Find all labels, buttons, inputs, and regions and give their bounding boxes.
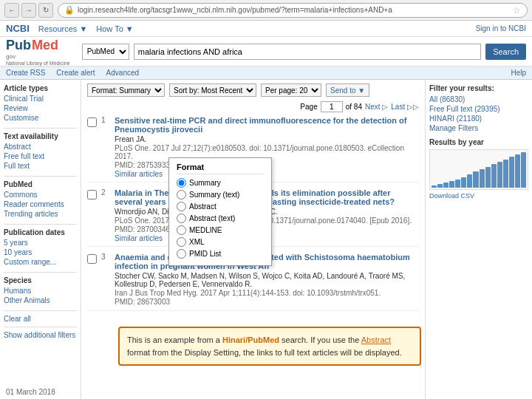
callout-text-1: This is an example from a [127, 335, 222, 344]
article-checkbox-2[interactable] [87, 190, 97, 200]
ncbi-howto-link[interactable]: How To ▼ [96, 24, 133, 33]
signin-link[interactable]: Sign in to NCBI [476, 24, 526, 33]
sidebar-clinical-trial[interactable]: Clinical Trial [4, 95, 77, 103]
sidebar-10years[interactable]: 10 years [4, 248, 77, 256]
sidebar-5years[interactable]: 5 years [4, 239, 77, 247]
sidebar-custom-range[interactable]: Custom range... [4, 258, 77, 266]
sidebar-humans[interactable]: Humans [4, 287, 77, 295]
sidebar-abstract[interactable]: Abstract [4, 143, 77, 151]
format-label-summary-text: Summary (text) [189, 191, 239, 199]
last-btn[interactable]: Last ▷▷ [391, 103, 419, 111]
article-citation-3: Iran J Bus Trop Med Hyg. 2017 Apr 1;111(… [115, 289, 419, 297]
chart-bar [443, 183, 449, 188]
format-radio-pmid[interactable] [177, 249, 186, 259]
format-option-pmid[interactable]: PMID List [177, 249, 264, 259]
separator-5 [4, 310, 77, 311]
results-toolbar: Format: Summary Sort by: Most Recent Per… [87, 83, 419, 112]
filter-hinari-link[interactable]: HINARI (21180) [429, 115, 528, 123]
subheader-links: Create RSS Create alert Advanced [6, 69, 139, 77]
species-section: Species Humans Other Animals [4, 276, 77, 304]
advanced-link[interactable]: Advanced [106, 69, 139, 77]
sidebar-fulltext[interactable]: Full text [4, 162, 77, 170]
callout-highlight-hinari: Hinari/PubMed [222, 335, 279, 344]
chart-bar [521, 152, 526, 188]
sidebar-reader-comments[interactable]: Reader comments [4, 200, 77, 208]
article-checkbox-1[interactable] [87, 117, 97, 127]
download-csv-link[interactable]: Download CSV [429, 192, 528, 200]
search-input[interactable] [134, 44, 481, 60]
pubmed-gov-text: gov [6, 53, 70, 60]
article-types-title: Article types [4, 84, 77, 92]
pagination: Page of 84 Next ▷ Last ▷▷ [300, 101, 419, 112]
sidebar-free-fulltext[interactable]: Free full text [4, 152, 77, 160]
back-button[interactable]: ← [4, 3, 19, 18]
format-radio-summary-text[interactable] [177, 190, 186, 200]
article-pmid-3: PMID: 28673003 [115, 298, 419, 306]
filter-free-fulltext-link[interactable]: Free Full text (29395) [429, 105, 528, 113]
format-radio-xml[interactable] [177, 237, 186, 247]
results-by-year-title: Results by year [429, 138, 528, 146]
help-link[interactable]: Help [511, 69, 526, 77]
left-sidebar: Article types Clinical Trial Review Cust… [0, 80, 81, 399]
sidebar-other-animals[interactable]: Other Animals [4, 296, 77, 304]
manage-filters-link[interactable]: Manage Filters [429, 124, 528, 132]
clear-all-link[interactable]: Clear all [4, 315, 77, 323]
main-content: Article types Clinical Trial Review Cust… [0, 80, 532, 399]
page-input[interactable] [321, 101, 343, 112]
create-alert-link[interactable]: Create alert [56, 69, 95, 77]
format-option-summary-text[interactable]: Summary (text) [177, 190, 264, 200]
ncbi-resources-link[interactable]: Resources ▼ [38, 24, 88, 33]
browser-bar: ← → ↻ 🔒 login.research4life.org/tacsgr1w… [0, 0, 532, 21]
format-option-summary[interactable]: Summary [177, 178, 264, 188]
separator-2 [4, 176, 77, 177]
text-availability-title: Text availability [4, 132, 77, 140]
format-option-medline[interactable]: MEDLINE [177, 225, 264, 235]
format-option-abstract[interactable]: Abstract [177, 202, 264, 211]
format-label-pmid: PMID List [189, 250, 221, 258]
address-bar[interactable]: 🔒 login.research4life.org/tacsgr1www_ncb… [58, 3, 528, 18]
format-radio-abstract-text[interactable] [177, 214, 186, 223]
sidebar-trending[interactable]: Trending articles [4, 210, 77, 218]
pub-dates-section: Publication dates 5 years 10 years Custo… [4, 228, 77, 266]
show-filters-link[interactable]: Show additional filters [4, 331, 77, 339]
refresh-button[interactable]: ↻ [38, 3, 53, 18]
bookmark-icon[interactable]: ☆ [513, 5, 521, 16]
article-checkbox-col-3 [87, 253, 97, 307]
sort-select[interactable]: Sort by: Most Recent [169, 83, 256, 97]
article-title-1[interactable]: Sensitive real-time PCR and direct immun… [115, 116, 419, 134]
sidebar-review[interactable]: Review [4, 104, 77, 112]
chart-bar [515, 154, 520, 188]
filter-all-link[interactable]: All (86830) [429, 95, 528, 103]
article-checkbox-col [87, 116, 97, 178]
sidebar-commons[interactable]: Commons [4, 191, 77, 199]
format-option-abstract-text[interactable]: Abstract (text) [177, 214, 264, 223]
pubmed-logo-area: Pub Med gov National Library of Medicine [6, 38, 70, 66]
article-num-2: 2 [101, 188, 110, 242]
chart-bar [485, 167, 491, 188]
chart-bar [449, 181, 454, 188]
database-select[interactable]: PubMed [82, 44, 129, 60]
separator-3 [4, 224, 77, 225]
chart-bar [432, 185, 437, 188]
format-option-xml[interactable]: XML [177, 237, 264, 247]
pubmed-header: Pub Med gov National Library of Medicine… [0, 37, 532, 66]
text-availability-section: Text availability Abstract Free full tex… [4, 132, 77, 170]
callout-text-3: format from the Display Setting, the lin… [127, 348, 402, 357]
search-button[interactable]: Search [485, 44, 526, 60]
article-authors-1: Frean JA. [115, 135, 419, 143]
ncbi-logo: NCBI [6, 23, 30, 34]
format-select[interactable]: Format: Summary [87, 83, 165, 97]
format-label-xml: XML [189, 238, 205, 246]
sidebar-customise[interactable]: Customise [4, 114, 77, 122]
article-authors-3: Stocher CW, Sacko M, Madsen N, Wilson S,… [115, 272, 419, 288]
format-radio-medline[interactable] [177, 225, 186, 235]
create-rss-link[interactable]: Create RSS [6, 69, 45, 77]
perpage-select[interactable]: Per page: 20 [261, 83, 321, 97]
forward-button[interactable]: → [21, 3, 36, 18]
format-radio-summary[interactable] [177, 178, 186, 188]
next-btn[interactable]: Next ▷ [365, 103, 388, 111]
send-to-button[interactable]: Send to ▼ [326, 83, 369, 97]
format-radio-abstract[interactable] [177, 202, 186, 211]
article-checkbox-3[interactable] [87, 254, 97, 264]
results-chart [429, 149, 528, 190]
